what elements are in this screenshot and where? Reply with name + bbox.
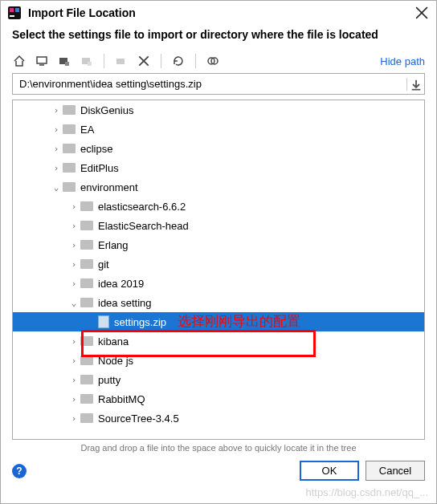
svg-rect-2 (15, 8, 19, 12)
tree-row[interactable]: ›DiskGenius (13, 100, 424, 120)
separator (195, 54, 196, 68)
tree-item-label: idea 2019 (98, 278, 144, 290)
folder-icon (63, 105, 76, 115)
tree-row[interactable]: settings.zip (13, 312, 424, 331)
expand-icon[interactable]: › (69, 259, 79, 270)
folder-icon (80, 221, 93, 230)
subtitle: Select the settings file to import or di… (1, 25, 436, 51)
expand-icon[interactable]: › (51, 124, 61, 135)
svg-rect-11 (88, 62, 92, 66)
tree-row[interactable]: ⌄environment (13, 177, 424, 197)
separator (161, 54, 161, 68)
folder-icon (80, 259, 93, 269)
tree-item-label: Erlang (98, 239, 129, 251)
tree-row[interactable]: ⌄idea setting (13, 293, 424, 312)
tree-item-label: putty (98, 374, 120, 386)
file-tree-scroll[interactable]: ›DiskGenius›EA›eclipse›EditPlus⌄environm… (13, 100, 424, 439)
help-icon[interactable]: ? (12, 464, 27, 478)
folder-icon (80, 298, 93, 307)
refresh-icon[interactable] (171, 54, 186, 68)
show-hidden-icon[interactable] (206, 54, 220, 68)
tree-row[interactable]: ›Erlang (13, 235, 424, 254)
tree-row[interactable]: ›elasticsearch-6.6.2 (13, 197, 424, 216)
tree-item-label: RabbitMQ (98, 393, 145, 405)
tree-row[interactable]: ›RabbitMQ (13, 389, 424, 408)
folder-icon (80, 394, 93, 404)
ok-button[interactable]: OK (300, 461, 359, 481)
svg-rect-6 (37, 57, 47, 63)
tree-row[interactable]: ›ElasticSearch-head (13, 216, 424, 235)
folder-icon (63, 124, 76, 134)
tree-item-label: kibana (98, 335, 129, 348)
tree-item-label: idea setting (98, 297, 152, 309)
home-icon[interactable] (12, 54, 27, 68)
svg-rect-3 (10, 15, 14, 17)
history-dropdown-icon[interactable] (406, 78, 424, 91)
svg-rect-1 (10, 8, 14, 12)
expand-icon[interactable]: › (69, 278, 79, 289)
module-icon[interactable] (80, 54, 94, 68)
expand-icon[interactable]: › (69, 221, 79, 231)
expand-icon[interactable]: › (69, 413, 79, 424)
expand-icon[interactable]: › (69, 201, 79, 212)
tree-row[interactable]: ›kibana (13, 331, 424, 351)
expand-icon[interactable]: › (69, 240, 79, 250)
tree-item-label: EA (80, 124, 94, 136)
cancel-button[interactable]: Cancel (366, 461, 425, 481)
tree-item-label: git (98, 258, 109, 270)
folder-icon (80, 375, 93, 384)
folder-icon (80, 336, 93, 346)
tree-row[interactable]: ›Node js (13, 351, 424, 370)
expand-icon[interactable]: › (69, 336, 79, 347)
delete-icon[interactable] (137, 54, 151, 68)
expand-icon[interactable]: › (51, 105, 61, 116)
tree-item-label: eclipse (80, 143, 112, 155)
tree-item-label: DiskGenius (80, 104, 133, 116)
tree-item-label: Node js (98, 355, 133, 367)
tree-item-label: settings.zip (114, 316, 166, 328)
folder-icon (80, 201, 93, 211)
titlebar: Import File Location (1, 1, 436, 25)
tree-item-label: ElasticSearch-head (98, 220, 189, 232)
folder-icon (80, 356, 93, 365)
path-input[interactable] (13, 74, 406, 94)
folder-icon (63, 144, 76, 153)
footer: ? OK Cancel (1, 461, 436, 490)
app-logo-icon (7, 6, 22, 20)
expand-icon[interactable]: › (51, 163, 61, 173)
svg-rect-12 (116, 59, 125, 64)
new-folder-icon[interactable] (114, 54, 129, 68)
file-tree: ›DiskGenius›EA›eclipse›EditPlus⌄environm… (12, 100, 425, 440)
hide-path-link[interactable]: Hide path (380, 55, 425, 67)
tree-row[interactable]: ›git (13, 254, 424, 274)
collapse-icon[interactable]: ⌄ (69, 298, 79, 308)
tree-row[interactable]: ›putty (13, 370, 424, 389)
path-row (12, 73, 425, 95)
toolbar: Hide path (1, 51, 436, 73)
tree-item-label: SourceTree-3.4.5 (98, 413, 179, 425)
separator (104, 54, 104, 68)
desktop-icon[interactable] (35, 54, 49, 68)
drag-hint: Drag and drop a file into the space abov… (1, 440, 436, 461)
folder-icon (80, 278, 93, 288)
project-icon[interactable] (57, 54, 71, 68)
file-icon (98, 315, 109, 328)
expand-icon[interactable]: › (69, 356, 79, 366)
tree-row[interactable]: ›SourceTree-3.4.5 (13, 408, 424, 428)
expand-icon[interactable]: › (69, 394, 79, 404)
tree-row[interactable]: ›EA (13, 120, 424, 139)
tree-row[interactable]: ›EditPlus (13, 158, 424, 177)
expand-icon[interactable]: › (69, 375, 79, 385)
expand-icon[interactable]: › (51, 144, 61, 154)
tree-row[interactable]: ›idea 2019 (13, 274, 424, 293)
tree-item-label: environment (80, 181, 138, 193)
window-title: Import File Location (28, 6, 415, 19)
tree-row[interactable]: ›eclipse (13, 139, 424, 158)
svg-rect-9 (65, 62, 69, 66)
tree-item-label: elasticsearch-6.6.2 (98, 201, 186, 213)
folder-icon (80, 413, 93, 423)
folder-icon (63, 182, 76, 192)
folder-icon (80, 240, 93, 250)
close-button[interactable] (415, 6, 428, 19)
collapse-icon[interactable]: ⌄ (51, 182, 61, 193)
